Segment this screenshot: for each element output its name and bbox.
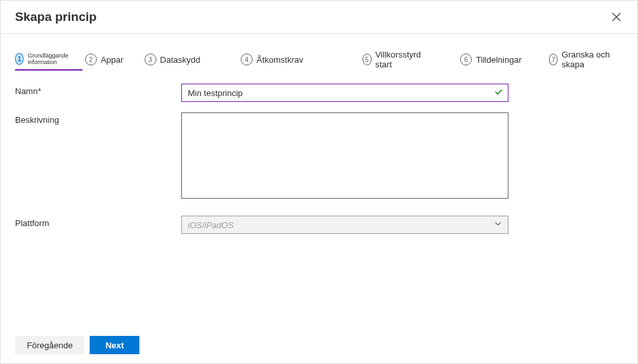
step-label: Villkorsstyrd start bbox=[376, 50, 424, 69]
step-number: 3 bbox=[145, 54, 156, 65]
chevron-down-icon bbox=[494, 220, 502, 230]
step-number: 4 bbox=[241, 54, 253, 65]
step-basic-info[interactable]: 1 Grundläggande information bbox=[15, 48, 82, 71]
platform-value: iOS/iPadOS bbox=[188, 220, 234, 230]
step-conditional-launch[interactable]: 5 Villkorsstyrd start bbox=[363, 46, 433, 73]
next-button[interactable]: Next bbox=[90, 336, 139, 354]
step-access-requirements[interactable]: 4 Åtkomstkrav bbox=[241, 50, 313, 69]
name-label: Namn* bbox=[15, 84, 181, 96]
step-number: 7 bbox=[549, 54, 558, 65]
panel-header: Skapa princip bbox=[1, 1, 637, 34]
panel-footer: Föregående Next bbox=[1, 327, 637, 363]
close-icon bbox=[612, 12, 621, 22]
step-label: Grundläggande information bbox=[27, 52, 79, 65]
page-title: Skapa princip bbox=[15, 10, 97, 24]
form-row-platform: Plattform iOS/iPadOS bbox=[15, 216, 623, 234]
step-data-protection[interactable]: 3 Dataskydd bbox=[145, 50, 209, 69]
step-assignments[interactable]: 6 Tilldelningar bbox=[460, 50, 531, 69]
description-textarea[interactable] bbox=[181, 112, 508, 199]
step-label: Tilldelningar bbox=[476, 55, 522, 65]
step-apps[interactable]: 2 Appar bbox=[85, 50, 133, 69]
step-number: 1 bbox=[15, 53, 24, 65]
step-number: 5 bbox=[363, 54, 372, 65]
name-input[interactable] bbox=[181, 84, 508, 102]
wizard-stepper: 1 Grundläggande information 2 Appar 3 Da… bbox=[15, 46, 623, 73]
step-number: 2 bbox=[85, 54, 97, 65]
platform-select-wrap: iOS/iPadOS bbox=[181, 216, 508, 234]
previous-button[interactable]: Föregående bbox=[15, 336, 84, 354]
form-row-name: Namn* bbox=[15, 84, 623, 102]
panel-content: 1 Grundläggande information 2 Appar 3 Da… bbox=[1, 34, 637, 234]
step-label: Appar bbox=[101, 55, 124, 65]
description-label: Beskrivning bbox=[15, 112, 181, 125]
step-label: Åtkomstkrav bbox=[257, 55, 304, 65]
name-input-wrap bbox=[181, 84, 508, 102]
form-row-description: Beskrivning bbox=[15, 112, 623, 199]
step-label: Granska och skapa bbox=[561, 50, 614, 69]
step-label: Dataskydd bbox=[160, 55, 200, 65]
close-button[interactable] bbox=[610, 10, 623, 24]
step-review-create[interactable]: 7 Granska och skapa bbox=[549, 46, 623, 73]
validation-check-icon bbox=[494, 88, 503, 99]
step-number: 6 bbox=[460, 54, 472, 65]
platform-label: Plattform bbox=[15, 216, 181, 228]
platform-select[interactable]: iOS/iPadOS bbox=[181, 216, 508, 234]
